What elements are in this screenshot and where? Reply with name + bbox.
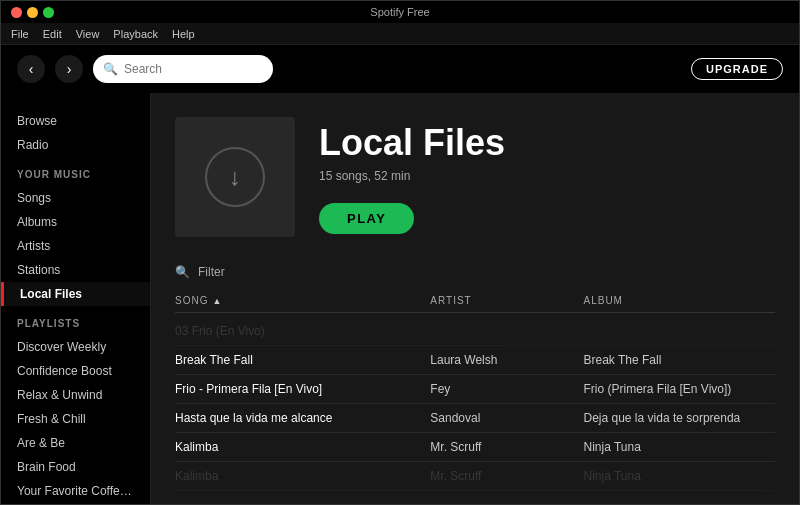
track-artist: Mr. Scruff	[430, 440, 583, 454]
track-row[interactable]: Kalimba Mr. Scruff Ninja Tuna	[175, 462, 775, 491]
minimize-button[interactable]	[27, 7, 38, 18]
sidebar-item-stations[interactable]: Stations	[1, 258, 150, 282]
download-icon: ↓	[205, 147, 265, 207]
filter-label[interactable]: Filter	[198, 265, 225, 279]
header-info: Local Files 15 songs, 52 min PLAY	[319, 117, 775, 234]
filter-row: 🔍 Filter	[175, 257, 775, 291]
track-song: Frio - Primera Fila [En Vivo]	[175, 382, 430, 396]
menu-help[interactable]: Help	[172, 28, 195, 40]
search-input[interactable]	[124, 62, 263, 76]
forward-button[interactable]: ›	[55, 55, 83, 83]
menu-edit[interactable]: Edit	[43, 28, 62, 40]
filter-icon: 🔍	[175, 265, 190, 279]
track-list: 🔍 Filter SONG ▲ ARTIST ALBUM 03 Frio (En…	[151, 257, 799, 491]
sidebar-item-fresh-chill[interactable]: Fresh & Chill	[1, 407, 150, 431]
track-song: Kalimba	[175, 440, 430, 454]
search-box[interactable]: 🔍	[93, 55, 273, 83]
col-artist[interactable]: ARTIST	[430, 295, 583, 306]
track-artist: Fey	[430, 382, 583, 396]
playlist-meta: 15 songs, 52 min	[319, 169, 775, 183]
track-album: Break The Fall	[584, 353, 776, 367]
main-layout: Browse Radio YOUR MUSIC Songs Albums Art…	[1, 93, 799, 505]
sidebar-item-browse[interactable]: Browse	[1, 109, 150, 133]
table-header: SONG ▲ ARTIST ALBUM	[175, 291, 775, 313]
sidebar-item-relax-unwind[interactable]: Relax & Unwind	[1, 383, 150, 407]
col-song[interactable]: SONG ▲	[175, 295, 430, 306]
sidebar-item-albums[interactable]: Albums	[1, 210, 150, 234]
content-header: ↓ Local Files 15 songs, 52 min PLAY	[151, 93, 799, 257]
sidebar-item-discover-weekly[interactable]: Discover Weekly	[1, 335, 150, 359]
sidebar-item-confidence-boost[interactable]: Confidence Boost	[1, 359, 150, 383]
sidebar-item-brain-food[interactable]: Brain Food	[1, 455, 150, 479]
track-album: Frio (Primera Fila [En Vivo])	[584, 382, 776, 396]
menu-playback[interactable]: Playback	[113, 28, 158, 40]
track-artist: Sandoval	[430, 411, 583, 425]
back-button[interactable]: ‹	[17, 55, 45, 83]
sidebar-item-radio[interactable]: Radio	[1, 133, 150, 157]
menu-file[interactable]: File	[11, 28, 29, 40]
upgrade-button[interactable]: UPGRADE	[691, 58, 783, 80]
content-area: ↓ Local Files 15 songs, 52 min PLAY 🔍 Fi…	[151, 93, 799, 505]
col-album[interactable]: ALBUM	[584, 295, 776, 306]
sidebar-item-are-be[interactable]: Are & Be	[1, 431, 150, 455]
sidebar-item-local-files[interactable]: Local Files	[1, 282, 150, 306]
sort-arrow-icon: ▲	[212, 296, 222, 306]
menu-bar: File Edit View Playback Help	[1, 23, 799, 45]
menu-view[interactable]: View	[76, 28, 100, 40]
playlists-label: PLAYLISTS	[1, 306, 150, 335]
window-controls[interactable]	[11, 7, 54, 18]
album-art: ↓	[175, 117, 295, 237]
sidebar: Browse Radio YOUR MUSIC Songs Albums Art…	[1, 93, 151, 505]
sidebar-item-songs[interactable]: Songs	[1, 186, 150, 210]
track-row[interactable]: Kalimba Mr. Scruff Ninja Tuna	[175, 433, 775, 462]
track-song: Break The Fall	[175, 353, 430, 367]
your-music-label: YOUR MUSIC	[1, 157, 150, 186]
track-song: Hasta que la vida me alcance	[175, 411, 430, 425]
track-album: Deja que la vida te sorprenda	[584, 411, 776, 425]
playlist-title: Local Files	[319, 125, 775, 161]
track-row[interactable]: Frio - Primera Fila [En Vivo] Fey Frio (…	[175, 375, 775, 404]
nav-bar: ‹ › 🔍 UPGRADE	[1, 45, 799, 93]
search-icon: 🔍	[103, 62, 118, 76]
title-bar: Spotify Free	[1, 1, 799, 23]
maximize-button[interactable]	[43, 7, 54, 18]
window-title: Spotify Free	[370, 6, 429, 18]
track-artist: Mr. Scruff	[430, 469, 583, 483]
track-album: Ninja Tuna	[584, 469, 776, 483]
track-artist: Laura Welsh	[430, 353, 583, 367]
sidebar-item-your-favorite-coffeeh[interactable]: Your Favorite Coffeeh...	[1, 479, 150, 503]
play-button[interactable]: PLAY	[319, 203, 414, 234]
sidebar-item-artists[interactable]: Artists	[1, 234, 150, 258]
track-song: Kalimba	[175, 469, 430, 483]
track-row[interactable]: Break The Fall Laura Welsh Break The Fal…	[175, 346, 775, 375]
track-album: Ninja Tuna	[584, 440, 776, 454]
track-song: 03 Frio (En Vivo)	[175, 324, 430, 338]
close-button[interactable]	[11, 7, 22, 18]
track-row[interactable]: 03 Frio (En Vivo)	[175, 317, 775, 346]
track-row[interactable]: Hasta que la vida me alcance Sandoval De…	[175, 404, 775, 433]
